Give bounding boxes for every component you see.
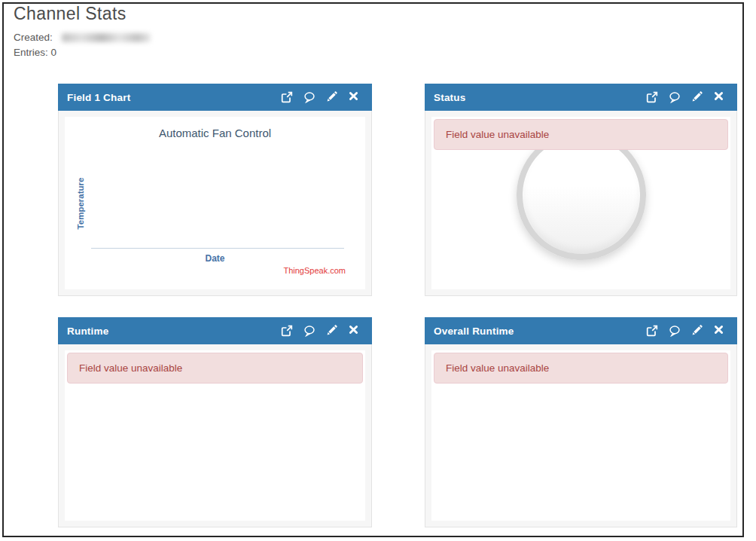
field-unavailable-alert: Field value unavailable bbox=[434, 119, 728, 150]
chart-credits-link[interactable]: ThingSpeak.com bbox=[283, 266, 346, 275]
widget-status: Status Field value unavailable bbox=[425, 84, 737, 296]
external-link-icon[interactable] bbox=[281, 91, 293, 103]
widget-title: Status bbox=[434, 92, 646, 103]
created-label: Created: bbox=[14, 32, 53, 43]
chart-y-axis-label: Temperature bbox=[76, 178, 85, 230]
comment-icon[interactable] bbox=[303, 91, 316, 103]
widget-overall-runtime: Overall Runtime Field value unavailable bbox=[425, 317, 737, 527]
field-unavailable-alert: Field value unavailable bbox=[67, 353, 363, 384]
widget-field1-chart: Field 1 Chart Automatic Fan Control Temp… bbox=[58, 84, 372, 296]
comment-icon[interactable] bbox=[669, 91, 681, 103]
widget-title: Runtime bbox=[67, 326, 281, 337]
page-title: Channel Stats bbox=[14, 4, 127, 24]
widget-runtime: Runtime Field value unavailable bbox=[58, 317, 372, 527]
widget-title: Overall Runtime bbox=[434, 326, 646, 337]
value-area: Field value unavailable bbox=[431, 350, 730, 521]
edit-icon[interactable] bbox=[326, 325, 338, 337]
widget-toolbar bbox=[646, 91, 726, 103]
entries-row: Entries: 0 bbox=[14, 47, 56, 58]
chart-canvas: Automatic Fan Control Temperature Date T… bbox=[65, 117, 365, 289]
external-link-icon[interactable] bbox=[281, 325, 293, 337]
entries-text: Entries: 0 bbox=[14, 47, 56, 58]
close-icon[interactable] bbox=[714, 91, 726, 103]
widget-header-drag-handle[interactable]: Overall Runtime bbox=[425, 317, 737, 344]
widget-title: Field 1 Chart bbox=[67, 92, 281, 103]
widget-toolbar bbox=[281, 325, 361, 337]
chart-title: Automatic Fan Control bbox=[65, 127, 365, 139]
close-icon[interactable] bbox=[714, 325, 726, 337]
edit-icon[interactable] bbox=[691, 325, 703, 337]
value-area: Field value unavailable bbox=[65, 350, 365, 521]
widget-body: Automatic Fan Control Temperature Date T… bbox=[58, 111, 372, 296]
widget-body: Field value unavailable bbox=[58, 344, 372, 527]
widget-toolbar bbox=[281, 91, 361, 103]
created-row: Created: bbox=[14, 32, 151, 43]
created-value-redacted bbox=[62, 33, 151, 42]
edit-icon[interactable] bbox=[326, 91, 338, 103]
external-link-icon[interactable] bbox=[646, 325, 658, 337]
comment-icon[interactable] bbox=[669, 325, 681, 337]
chart-x-axis-line bbox=[91, 248, 344, 249]
close-icon[interactable] bbox=[349, 91, 361, 103]
close-icon[interactable] bbox=[349, 325, 361, 337]
widget-header-drag-handle[interactable]: Status bbox=[425, 84, 737, 111]
widget-body: Field value unavailable bbox=[425, 344, 737, 527]
comment-icon[interactable] bbox=[303, 325, 316, 337]
edit-icon[interactable] bbox=[691, 91, 703, 103]
widget-header-drag-handle[interactable]: Field 1 Chart bbox=[58, 84, 372, 111]
chart-x-axis-label: Date bbox=[65, 253, 365, 264]
field-unavailable-alert: Field value unavailable bbox=[434, 353, 728, 384]
widget-toolbar bbox=[646, 325, 726, 337]
widget-body: Field value unavailable bbox=[425, 111, 737, 296]
external-link-icon[interactable] bbox=[646, 91, 658, 103]
widget-header-drag-handle[interactable]: Runtime bbox=[58, 317, 372, 344]
indicator-area: Field value unavailable bbox=[431, 117, 730, 289]
